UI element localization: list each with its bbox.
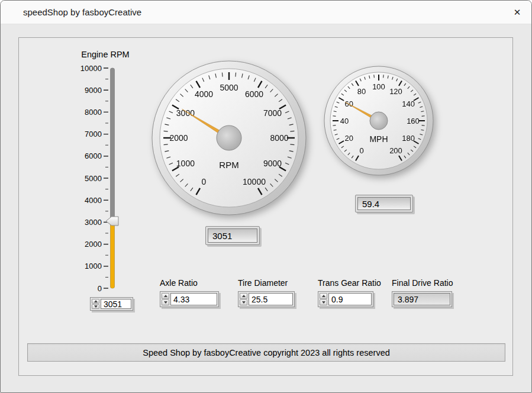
gauge-scale-label: 5000 bbox=[220, 83, 238, 92]
final-drive-ratio-value: 3.897 bbox=[394, 293, 450, 305]
gauge-scale-label: 20 bbox=[345, 134, 353, 143]
mph-gauge-hub bbox=[370, 112, 388, 130]
axle-ratio-label: Axle Ratio bbox=[160, 278, 219, 288]
gauge-minor-tick bbox=[164, 144, 168, 145]
gauge-scale-label: 140 bbox=[402, 99, 415, 108]
tire-diameter-label: Tire Diameter bbox=[238, 278, 295, 288]
mph-display-value: 59.4 bbox=[357, 197, 411, 210]
gauge-scale-label: 120 bbox=[389, 87, 402, 96]
rpm-gauge: 0100020003000400050006000700080009000100… bbox=[149, 58, 309, 218]
gauge-scale-label: 80 bbox=[357, 87, 366, 96]
axle-ratio-input[interactable] bbox=[170, 293, 217, 305]
gauge-scale-label: 4000 bbox=[195, 89, 213, 99]
gauge-minor-tick bbox=[236, 73, 236, 77]
rpm-gauge-name: RPM bbox=[219, 160, 238, 170]
trans-gear-ratio-label: Trans Gear Ratio bbox=[318, 278, 381, 288]
gauge-minor-tick bbox=[422, 116, 425, 117]
gauge-scale-label: 100 bbox=[372, 82, 385, 91]
gauge-scale-label: 2000 bbox=[169, 133, 188, 143]
decrement-button[interactable] bbox=[240, 299, 247, 305]
titlebar[interactable]: speedShop by fasboyCreative ✕ bbox=[1, 1, 531, 24]
gauge-scale-label: 9000 bbox=[263, 159, 282, 168]
slider-scale-label: 0 bbox=[98, 284, 102, 293]
slider-scale-label: 10000 bbox=[80, 64, 102, 73]
mph-gauge: 020406080100120140160180200 MPH bbox=[321, 63, 437, 179]
slider-scale-label: 2000 bbox=[85, 240, 102, 249]
decrement-button[interactable] bbox=[162, 299, 169, 305]
increment-button[interactable] bbox=[240, 293, 247, 299]
decrement-button[interactable] bbox=[320, 299, 327, 305]
gauge-scale-label: 6000 bbox=[245, 89, 263, 99]
up-arrow-icon bbox=[94, 300, 98, 302]
gauge-scale-label: 40 bbox=[340, 117, 349, 125]
param-axle-ratio: Axle Ratio bbox=[160, 278, 219, 307]
gauge-minor-tick bbox=[290, 144, 294, 145]
slider-scale-label: 7000 bbox=[85, 130, 102, 138]
front-panel: Engine RPM 01000200030004000500060007000… bbox=[18, 37, 513, 376]
gauge-scale-label: 180 bbox=[402, 134, 415, 143]
param-final-drive-ratio: Final Drive Ratio 3.897 bbox=[392, 278, 453, 307]
decrement-button[interactable] bbox=[92, 304, 99, 309]
slider-scale-label: 4000 bbox=[85, 196, 102, 205]
slider-scale-label: 9000 bbox=[85, 86, 102, 95]
engine-rpm-input[interactable] bbox=[101, 299, 131, 309]
gauge-scale-label: 60 bbox=[345, 99, 353, 108]
gauge-minor-tick bbox=[222, 73, 223, 77]
up-arrow-icon bbox=[242, 295, 246, 297]
down-arrow-icon bbox=[94, 305, 98, 308]
slider-scale-label: 8000 bbox=[85, 108, 102, 117]
trans-gear-ratio-input[interactable] bbox=[328, 293, 372, 305]
down-arrow-icon bbox=[164, 301, 167, 304]
final-drive-ratio-indicator: 3.897 bbox=[392, 291, 452, 307]
gauge-scale-label: 8000 bbox=[270, 133, 288, 143]
gauge-minor-tick bbox=[333, 116, 336, 117]
mph-display: 59.4 bbox=[355, 195, 413, 212]
rpm-display-value: 3051 bbox=[208, 228, 257, 243]
tire-diameter-input[interactable] bbox=[249, 293, 293, 305]
gauge-minor-tick bbox=[333, 125, 336, 126]
spinner bbox=[162, 293, 169, 305]
window-title: speedShop by fasboyCreative bbox=[23, 1, 141, 24]
increment-button[interactable] bbox=[162, 293, 169, 299]
gauge-scale-label: 200 bbox=[389, 146, 402, 155]
final-drive-ratio-label: Final Drive Ratio bbox=[392, 278, 453, 288]
down-arrow-icon bbox=[322, 301, 325, 304]
gauge-scale-label: 10000 bbox=[243, 177, 266, 186]
footer-text: Speed Shop by fasboyCreative copyright 2… bbox=[143, 348, 390, 357]
gauge-scale-label: 3000 bbox=[176, 108, 195, 118]
slider-scale-label: 3000 bbox=[85, 218, 102, 227]
increment-button[interactable] bbox=[320, 293, 327, 299]
engine-rpm-slider[interactable]: 0100020003000400050006000700080009000100… bbox=[71, 60, 136, 297]
slider-scale-label: 1000 bbox=[85, 262, 102, 270]
increment-button[interactable] bbox=[92, 299, 99, 304]
up-arrow-icon bbox=[322, 295, 325, 297]
engine-rpm-label: Engine RPM bbox=[77, 50, 134, 59]
gauge-scale-label: 160 bbox=[407, 117, 420, 125]
close-button[interactable]: ✕ bbox=[508, 4, 527, 21]
gauge-scale-label: 7000 bbox=[263, 108, 282, 118]
spinner bbox=[320, 293, 327, 305]
rpm-gauge-hub bbox=[217, 125, 241, 150]
app-window: speedShop by fasboyCreative ✕ Engine RPM… bbox=[0, 0, 532, 393]
gauge-scale-label: 0 bbox=[202, 177, 207, 186]
rpm-display: 3051 bbox=[205, 226, 260, 245]
param-trans-gear-ratio: Trans Gear Ratio bbox=[318, 278, 381, 307]
down-arrow-icon bbox=[242, 301, 246, 304]
tire-diameter-control bbox=[238, 291, 295, 307]
slider-scale-label: 5000 bbox=[85, 174, 102, 183]
up-arrow-icon bbox=[164, 295, 167, 297]
gauge-minor-tick bbox=[164, 131, 168, 131]
engine-rpm-numeric bbox=[90, 297, 133, 311]
spinner bbox=[240, 293, 247, 305]
trans-gear-ratio-control bbox=[318, 291, 373, 307]
gauge-scale-label: 1000 bbox=[176, 159, 195, 168]
gauge-minor-tick bbox=[383, 75, 384, 78]
slider-fill bbox=[111, 221, 115, 289]
axle-ratio-control bbox=[160, 291, 219, 307]
param-tire-diameter: Tire Diameter bbox=[238, 278, 295, 307]
gauge-scale-label: 0 bbox=[359, 146, 363, 155]
gauge-minor-tick bbox=[422, 125, 425, 126]
mph-gauge-name: MPH bbox=[369, 134, 388, 144]
gauge-minor-tick bbox=[290, 131, 294, 131]
slider-thumb[interactable] bbox=[106, 217, 118, 226]
